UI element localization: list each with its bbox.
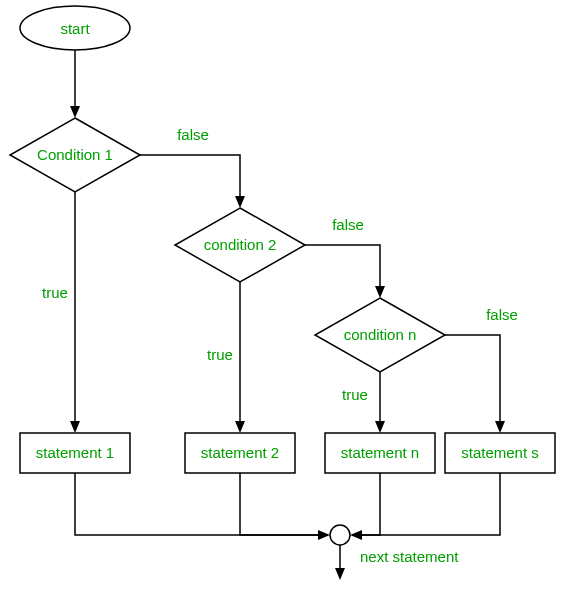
stmt1-label: statement 1 [36, 444, 114, 461]
arrow-cond2-stmt2 [235, 421, 245, 433]
cond2-true-label: true [207, 346, 233, 363]
merge-node [330, 525, 350, 545]
stmts-label: statement s [461, 444, 539, 461]
cond1-label: Condition 1 [37, 146, 113, 163]
arrow-condn-stmtn [375, 421, 385, 433]
arrow-cond2-condn [375, 286, 385, 298]
edge-cond2-condn [305, 245, 380, 290]
stmtn-label: statement n [341, 444, 419, 461]
edge-stmt2-merge [240, 473, 322, 535]
arrow-start-cond1 [70, 106, 80, 118]
arrow-condn-stmts [495, 421, 505, 433]
arrow-merge-next [335, 568, 345, 580]
stmt2-label: statement 2 [201, 444, 279, 461]
edge-condn-stmts [445, 335, 500, 425]
condn-label: condition n [344, 326, 417, 343]
edge-cond1-cond2 [140, 155, 240, 200]
cond2-label: condition 2 [204, 236, 277, 253]
arrow-cond1-cond2 [235, 196, 245, 208]
next-label: next statement [360, 548, 459, 565]
condn-false-label: false [486, 306, 518, 323]
arrow-cond1-stmt1 [70, 421, 80, 433]
cond2-false-label: false [332, 216, 364, 233]
edge-stmtn-merge [358, 473, 380, 535]
condn-true-label: true [342, 386, 368, 403]
cond1-false-label: false [177, 126, 209, 143]
start-label: start [60, 20, 90, 37]
edge-stmt1-merge [75, 473, 322, 535]
flowchart-diagram: start Condition 1 false true condition 2… [0, 0, 572, 599]
cond1-true-label: true [42, 284, 68, 301]
